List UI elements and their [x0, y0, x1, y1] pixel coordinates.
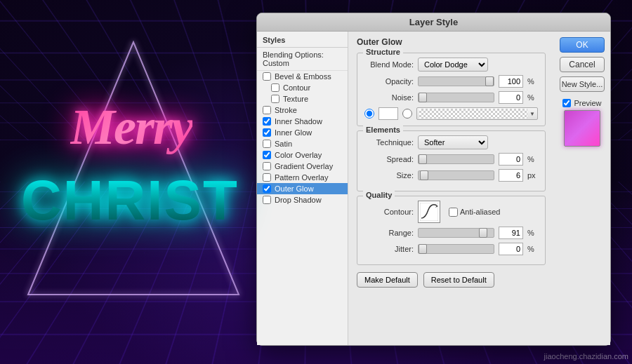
style-bevel-emboss[interactable]: Bevel & Emboss [257, 71, 348, 82]
blend-mode-label: Blend Mode: [364, 60, 414, 69]
drop-shadow-checkbox[interactable] [263, 196, 271, 204]
styles-panel: Styles Blending Options: Custom Bevel & … [257, 32, 348, 345]
jitter-slider[interactable] [418, 244, 494, 254]
preview-section: Preview [560, 99, 605, 147]
structure-section: Structure Blend Mode: Color Dodge Normal… [357, 53, 546, 126]
style-inner-shadow[interactable]: Inner Shadow [257, 116, 348, 127]
outer-glow-title: Outer Glow [357, 37, 546, 47]
spread-value-input[interactable]: 0 [499, 153, 523, 166]
jitter-label: Jitter: [364, 245, 414, 253]
contour-checkbox[interactable] [271, 83, 279, 92]
noise-unit: % [527, 93, 538, 102]
opacity-label: Opacity: [364, 77, 414, 86]
size-row: Size: 6 px [364, 169, 538, 182]
technique-select[interactable]: Softer Precise [418, 135, 488, 149]
color-row: ▼ [364, 107, 538, 120]
size-unit: px [527, 171, 538, 180]
solid-color-swatch[interactable] [378, 107, 398, 120]
style-inner-glow[interactable]: Inner Glow [257, 127, 348, 138]
spread-label: Spread: [364, 155, 414, 163]
technique-row: Technique: Softer Precise [364, 135, 538, 149]
spread-row: Spread: 0 % [364, 153, 538, 166]
opacity-slider-container [418, 76, 494, 86]
anti-alias-checkbox[interactable] [449, 208, 458, 217]
noise-slider-container [418, 93, 494, 102]
spread-slider[interactable] [418, 154, 494, 164]
watermark-text: jiaocheng.chazidian.com [544, 352, 628, 360]
elements-label: Elements [363, 126, 403, 134]
preview-checkbox[interactable] [562, 99, 571, 107]
cancel-button[interactable]: Cancel [560, 57, 605, 72]
style-drop-shadow[interactable]: Drop Shadow [257, 194, 348, 205]
blend-mode-select[interactable]: Color Dodge Normal Screen [418, 58, 488, 72]
anti-alias-label[interactable]: Anti-aliased [449, 208, 500, 217]
size-slider-container [418, 170, 494, 180]
range-slider[interactable] [418, 228, 494, 238]
contour-row: Contour: Anti-aliased [364, 201, 538, 223]
structure-label: Structure [363, 48, 403, 56]
inner-shadow-checkbox[interactable] [263, 117, 271, 126]
gradient-radio[interactable] [402, 109, 412, 119]
opacity-slider[interactable] [418, 76, 494, 86]
pattern-overlay-checkbox[interactable] [263, 173, 271, 182]
bevel-emboss-checkbox[interactable] [263, 72, 271, 81]
opacity-unit: % [527, 77, 538, 86]
style-pattern-overlay[interactable]: Pattern Overlay [257, 172, 348, 183]
inner-glow-checkbox[interactable] [263, 128, 271, 137]
style-contour[interactable]: Contour [257, 82, 348, 93]
contour-label: Contour: [364, 208, 414, 216]
style-stroke[interactable]: Stroke [257, 105, 348, 116]
ok-button[interactable]: OK [560, 37, 605, 53]
gradient-dropdown[interactable]: ▼ [416, 107, 538, 120]
layer-style-dialog: Layer Style Styles Blending Options: Cus… [256, 13, 611, 346]
style-outer-glow[interactable]: Outer Glow [257, 183, 348, 194]
size-slider[interactable] [418, 170, 494, 180]
style-texture[interactable]: Texture [257, 93, 348, 105]
size-label: Size: [364, 171, 414, 180]
dialog-title: Layer Style [409, 17, 458, 27]
merry-text: Merry [70, 98, 192, 156]
noise-value-input[interactable]: 0 [499, 91, 523, 104]
size-value-input[interactable]: 6 [499, 169, 523, 182]
preview-label: Preview [574, 99, 601, 107]
dialog-body: Styles Blending Options: Custom Bevel & … [257, 32, 610, 345]
opacity-row: Opacity: 100 % [364, 75, 538, 88]
noise-label: Noise: [364, 93, 414, 102]
spread-unit: % [527, 155, 538, 163]
preview-thumbnail [564, 110, 600, 147]
jitter-value-input[interactable]: 0 [499, 243, 523, 255]
range-unit: % [527, 229, 538, 237]
contour-preview[interactable] [418, 201, 440, 223]
jitter-row: Jitter: 0 % [364, 243, 538, 255]
gradient-overlay-checkbox[interactable] [263, 162, 271, 170]
satin-checkbox[interactable] [263, 140, 271, 148]
technique-label: Technique: [364, 138, 414, 147]
noise-slider[interactable] [418, 93, 494, 102]
texture-checkbox[interactable] [271, 95, 279, 103]
stroke-checkbox[interactable] [263, 106, 271, 114]
make-default-button[interactable]: Make Default [357, 272, 418, 288]
blend-mode-row: Blend Mode: Color Dodge Normal Screen [364, 58, 538, 72]
opacity-value-input[interactable]: 100 [499, 75, 523, 88]
new-style-button[interactable]: New Style... [560, 76, 605, 92]
spread-slider-container [418, 154, 494, 164]
color-overlay-checkbox[interactable] [263, 151, 271, 159]
contour-curve-icon [420, 203, 438, 221]
solid-color-radio[interactable] [364, 109, 374, 119]
outer-glow-checkbox[interactable] [263, 184, 271, 193]
preview-label-row: Preview [562, 99, 601, 107]
bottom-buttons-row: Make Default Reset to Default [357, 272, 546, 288]
style-gradient-overlay[interactable]: Gradient Overlay [257, 161, 348, 172]
reset-to-default-button[interactable]: Reset to Default [423, 272, 494, 288]
buttons-panel: OK Cancel New Style... Preview [554, 32, 610, 345]
blending-options-item[interactable]: Blending Options: Custom [257, 48, 348, 71]
range-slider-container [418, 228, 494, 238]
style-satin[interactable]: Satin [257, 138, 348, 149]
noise-row: Noise: 0 % [364, 91, 538, 104]
elements-section: Elements Technique: Softer Precise Sprea… [357, 130, 546, 191]
dropdown-arrow-icon: ▼ [529, 111, 535, 117]
range-value-input[interactable]: 91 [499, 227, 523, 239]
christmas-text: CHRIST [21, 168, 239, 233]
gradient-preview [419, 109, 527, 119]
style-color-overlay[interactable]: Color Overlay [257, 149, 348, 161]
